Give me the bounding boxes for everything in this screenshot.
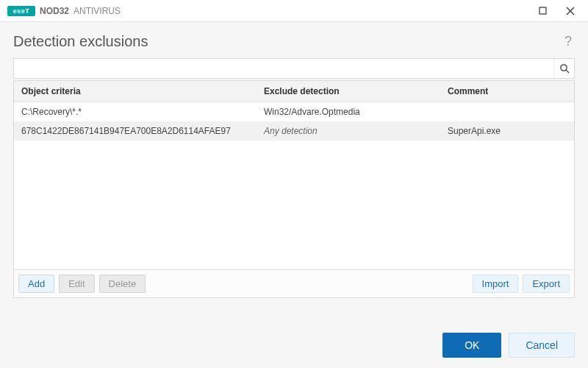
col-header-object[interactable]: Object criteria <box>14 81 257 102</box>
exclusions-panel: Object criteria Exclude detection Commen… <box>13 80 575 298</box>
col-header-detection[interactable]: Exclude detection <box>257 81 440 102</box>
cell-comment <box>440 102 574 121</box>
page-title: Detection exclusions <box>13 33 148 50</box>
close-icon <box>566 7 575 15</box>
maximize-icon <box>539 7 547 15</box>
brand-logo: eseT <box>7 6 35 16</box>
cell-comment: SuperApi.exe <box>440 121 574 141</box>
search-icon <box>559 63 570 74</box>
svg-rect-0 <box>539 7 546 14</box>
ok-button[interactable]: OK <box>442 333 501 358</box>
titlebar: eseT NOD32 ANTIVIRUS <box>0 0 588 22</box>
panel-actions: Add Edit Delete Import Export <box>14 269 574 297</box>
edit-button[interactable]: Edit <box>59 275 94 293</box>
cell-detection: Win32/Advare.Optmedia <box>257 102 440 121</box>
subheader: Detection exclusions ? <box>0 22 588 58</box>
maximize-button[interactable] <box>529 1 556 21</box>
cell-object: C:\Recovery\*.* <box>14 102 257 121</box>
table-header-row: Object criteria Exclude detection Commen… <box>14 81 574 102</box>
export-button[interactable]: Export <box>523 275 570 293</box>
search-input[interactable] <box>14 63 553 74</box>
delete-button[interactable]: Delete <box>99 275 146 293</box>
search-bar <box>13 58 575 79</box>
table-body: C:\Recovery\*.*Win32/Advare.Optmedia678C… <box>14 102 574 269</box>
add-button[interactable]: Add <box>18 275 54 293</box>
footer-actions: OK Cancel <box>442 333 575 358</box>
cancel-button[interactable]: Cancel <box>509 333 575 358</box>
brand: eseT NOD32 ANTIVIRUS <box>7 6 121 16</box>
close-button[interactable] <box>557 1 584 21</box>
cell-detection: Any detection <box>257 121 440 141</box>
table-row[interactable]: C:\Recovery\*.*Win32/Advare.Optmedia <box>14 102 574 121</box>
import-button[interactable]: Import <box>473 275 519 293</box>
search-icon-box[interactable] <box>553 59 574 78</box>
brand-suffix: ANTIVIRUS <box>74 6 121 16</box>
help-button[interactable]: ? <box>562 32 575 51</box>
svg-point-3 <box>560 65 566 71</box>
cell-object: 678C1422DE867141B947EA700E8A2D6114AFAE97 <box>14 121 257 141</box>
svg-line-4 <box>566 70 569 73</box>
content: Object criteria Exclude detection Commen… <box>13 58 575 298</box>
window-controls <box>529 1 584 21</box>
brand-name: NOD32 <box>40 6 69 16</box>
table-row[interactable]: 678C1422DE867141B947EA700E8A2D6114AFAE97… <box>14 121 574 141</box>
col-header-comment[interactable]: Comment <box>440 81 574 102</box>
